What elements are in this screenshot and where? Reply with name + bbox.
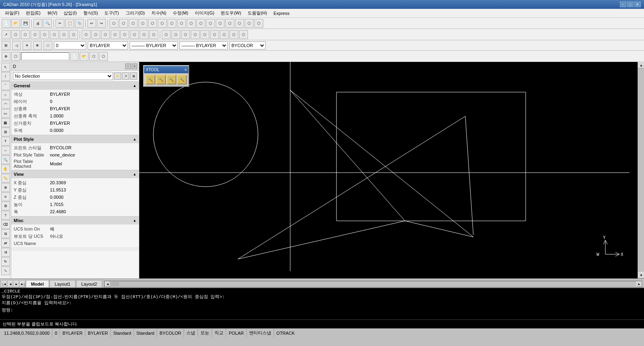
status-snap[interactable]: 스냅 bbox=[184, 329, 198, 337]
tb-open[interactable]: 📂 bbox=[11, 19, 20, 28]
h-scroll-left[interactable]: ◄ bbox=[105, 281, 110, 287]
h-scroll-right[interactable]: ► bbox=[636, 281, 642, 287]
close-button[interactable]: ✕ bbox=[634, 2, 641, 7]
lt-block[interactable]: ⊞ bbox=[1, 128, 10, 136]
linetype2-dropdown[interactable]: ——— BYLAYER bbox=[130, 41, 178, 49]
right-scrollbar[interactable]: ▲ ▼ bbox=[638, 62, 644, 278]
tb-btn12[interactable]: ⬡ bbox=[216, 19, 225, 28]
xtool-btn2[interactable]: 🔨 bbox=[156, 75, 166, 84]
tb2-btn13[interactable]: ⬡ bbox=[120, 30, 129, 39]
lt-scale[interactable]: ⤡ bbox=[1, 266, 10, 275]
tab-prev-btn[interactable]: ◄ bbox=[8, 281, 13, 287]
extra-btn1[interactable]: ⊕ bbox=[2, 52, 10, 61]
tab-model[interactable]: Model bbox=[26, 280, 49, 287]
tb-print[interactable]: 🖨 bbox=[33, 19, 42, 28]
tb2-btn18[interactable]: ⬡ bbox=[171, 30, 180, 39]
menu-express[interactable]: Express bbox=[270, 10, 293, 16]
status-grid[interactable]: 모눈 bbox=[198, 329, 212, 337]
quick-select-btn[interactable]: ⚡ bbox=[114, 72, 121, 80]
tb2-btn17[interactable]: ⬡ bbox=[162, 30, 171, 39]
tb-btn14[interactable]: ⬡ bbox=[235, 19, 244, 28]
props-minimize[interactable]: − bbox=[125, 64, 131, 69]
lt-zoom[interactable]: 🔍 bbox=[1, 155, 10, 164]
cmd-input[interactable] bbox=[15, 307, 642, 312]
plot-style-section-header[interactable]: Plot Style ▲ bbox=[11, 135, 139, 143]
props-close[interactable]: × bbox=[132, 64, 137, 69]
lt-copy2[interactable]: ⧉ bbox=[1, 229, 10, 238]
minimize-button[interactable]: − bbox=[620, 2, 626, 7]
lt-line[interactable]: / bbox=[1, 72, 10, 81]
menu-edit[interactable]: 편집(E) bbox=[23, 9, 44, 17]
lt-erase[interactable]: ⌫ bbox=[1, 220, 10, 229]
tb-btn1[interactable]: ⬡ bbox=[109, 19, 118, 28]
select-objects-btn[interactable]: ↗ bbox=[122, 72, 129, 80]
toggle-value-btn[interactable]: ⊞ bbox=[130, 72, 137, 80]
tb2-btn9[interactable]: ⬡ bbox=[82, 30, 91, 39]
tb2-btn6[interactable]: ⬡ bbox=[50, 30, 59, 39]
tb-btn4[interactable]: ⬡ bbox=[138, 19, 147, 28]
tb-btn3[interactable]: ⬡ bbox=[129, 19, 138, 28]
drawing-canvas-area[interactable]: XTOOL × 🔨 🔨 🔨 🔨 bbox=[139, 62, 638, 278]
status-osnap[interactable]: 엔티티스냅 bbox=[247, 329, 274, 337]
menu-tools[interactable]: 도구(T) bbox=[101, 9, 122, 17]
xtool-btn1[interactable]: 🔨 bbox=[146, 75, 155, 84]
tb-btn7[interactable]: ⬡ bbox=[167, 19, 176, 28]
lt-measure[interactable]: 📏 bbox=[1, 174, 10, 183]
tb2-btn22[interactable]: ⬡ bbox=[210, 30, 219, 39]
tb2-btn5[interactable]: ⬡ bbox=[40, 30, 49, 39]
tb2-btn19[interactable]: ⬡ bbox=[181, 30, 190, 39]
layer-icon2[interactable]: ❄ bbox=[33, 41, 42, 50]
tab-next-btn[interactable]: ► bbox=[14, 281, 19, 287]
extra-btn5[interactable]: ⬡ bbox=[89, 52, 98, 61]
tb2-btn8[interactable]: ⬡ bbox=[69, 30, 78, 39]
lt-snap[interactable]: ⊕ bbox=[1, 183, 10, 192]
menu-view[interactable]: 뷰(V) bbox=[44, 9, 61, 17]
tb-redo[interactable]: ↪ bbox=[97, 19, 106, 28]
menu-insert[interactable]: 삽입(I) bbox=[60, 9, 80, 17]
lt-arc[interactable]: ◠ bbox=[1, 100, 10, 109]
lt-query[interactable]: ? bbox=[1, 211, 10, 220]
tb-btn16[interactable]: ⬡ bbox=[254, 19, 263, 28]
tb-save[interactable]: 💾 bbox=[21, 19, 30, 28]
tb-btn8[interactable]: ⬡ bbox=[177, 19, 186, 28]
horizontal-scrollbar[interactable]: ◄ ► bbox=[104, 281, 642, 287]
extra-btn2[interactable]: ⬡ bbox=[11, 52, 20, 61]
tab-last-btn[interactable]: ►| bbox=[20, 281, 25, 287]
linetype3-dropdown[interactable]: ——— BYLAYER bbox=[180, 41, 228, 49]
status-ortho[interactable]: 직교 bbox=[212, 329, 226, 337]
menu-format[interactable]: 형식(S) bbox=[80, 9, 101, 17]
status-otrack[interactable]: OTRACK bbox=[274, 329, 297, 337]
h-scroll-thumb[interactable] bbox=[111, 282, 119, 286]
xtool-btn4[interactable]: 🔨 bbox=[177, 75, 187, 84]
lt-rectangle[interactable]: ▭ bbox=[1, 109, 10, 118]
extra-btn3[interactable]: 📄 bbox=[70, 52, 79, 61]
lt-text[interactable]: T bbox=[1, 137, 10, 146]
view-section-header[interactable]: View ▲ bbox=[11, 170, 139, 178]
status-polar[interactable]: POLAR bbox=[226, 329, 246, 337]
xtool-btn3[interactable]: 🔨 bbox=[167, 75, 176, 84]
lt-hatch[interactable]: ▦ bbox=[1, 118, 10, 127]
tb-btn10[interactable]: ⬡ bbox=[196, 19, 205, 28]
lt-circle[interactable]: ○ bbox=[1, 91, 10, 99]
xtool-titlebar[interactable]: XTOOL × bbox=[144, 66, 188, 73]
lt-layer[interactable]: ≡ bbox=[1, 192, 10, 201]
layer-icon1[interactable]: ☀ bbox=[23, 41, 31, 50]
lt-rotate[interactable]: ↻ bbox=[1, 257, 10, 266]
tb-cut[interactable]: ✂ bbox=[56, 19, 64, 28]
tb-btn13[interactable]: ⬡ bbox=[225, 19, 234, 28]
tb2-btn12[interactable]: ⬡ bbox=[111, 30, 120, 39]
layer-dropdown[interactable]: 0 bbox=[54, 41, 86, 49]
tb-btn15[interactable]: ⬡ bbox=[245, 19, 254, 28]
selection-dropdown[interactable]: No Selection bbox=[13, 72, 113, 80]
tab-first-btn[interactable]: |◄ bbox=[2, 281, 7, 287]
tb2-btn15[interactable]: ⬡ bbox=[140, 30, 149, 39]
color-dropdown[interactable]: BYCOLOR bbox=[229, 41, 266, 49]
general-section-header[interactable]: General ▲ bbox=[11, 82, 139, 90]
command-line-input[interactable] bbox=[21, 52, 69, 60]
tb-btn2[interactable]: ⬡ bbox=[119, 19, 128, 28]
menu-window[interactable]: 윈도우(W) bbox=[217, 9, 244, 17]
tab-layout1[interactable]: Layout1 bbox=[50, 280, 76, 287]
tb-btn9[interactable]: ⬡ bbox=[187, 19, 196, 28]
tb2-btn3[interactable]: ⬡ bbox=[21, 30, 30, 39]
menu-dimension[interactable]: 치수(N) bbox=[148, 9, 169, 17]
